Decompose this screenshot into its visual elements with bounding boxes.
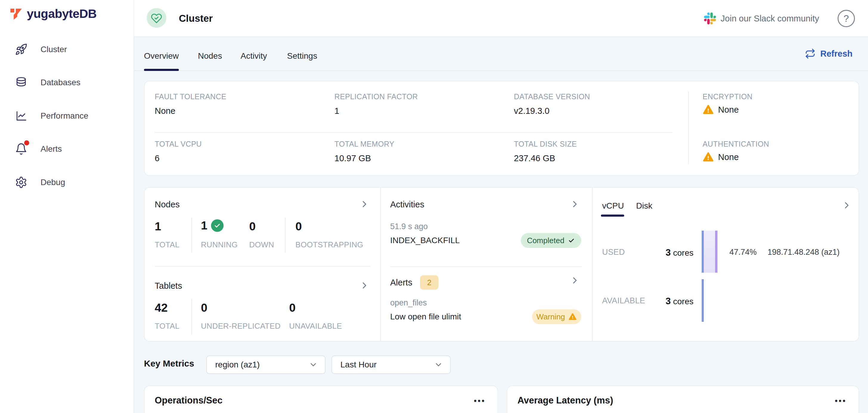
main-area: Cluster Join our Slack community ? Overv…: [134, 0, 868, 413]
sidebar-item-databases[interactable]: Databases: [0, 66, 133, 99]
summary-vertical-divider: [688, 92, 689, 164]
sidebar-item-label: Cluster: [40, 45, 67, 54]
total-vcpu-value: 6: [155, 154, 159, 163]
latency-chart-menu-button[interactable]: •••: [835, 396, 846, 406]
sidebar-item-debug[interactable]: Debug: [0, 166, 133, 199]
tablets-total-value: 42: [155, 301, 167, 314]
total-vcpu-label: TOTAL VCPU: [155, 140, 202, 149]
tablets-under-replicated-value: 0: [201, 301, 208, 314]
warning-icon: [703, 151, 714, 163]
rocket-icon: [14, 42, 28, 56]
authentication-label: AUTHENTICATION: [703, 140, 769, 149]
alert-notification-dot: [24, 140, 29, 146]
tab-vcpu[interactable]: vCPU: [602, 201, 624, 211]
refresh-icon: [805, 48, 815, 59]
sidebar-item-alerts[interactable]: Alerts: [0, 132, 133, 165]
nodes-bootstrapping-label: BOOTSTRAPPING: [296, 240, 363, 249]
sidebar: yugabyteDB Cluster Databases: [0, 0, 134, 413]
nodes-section-title: Nodes: [155, 200, 180, 210]
tablets-unavailable-value: 0: [289, 301, 296, 314]
available-vcpu-bar: [702, 279, 704, 322]
tablets-section-title: Tablets: [155, 281, 182, 291]
resources-chevron-right-icon[interactable]: [842, 201, 851, 210]
cluster-dashboard-card: Nodes 1 1 0 0 TOTAL RUNNING DOWN BOOTSTR…: [144, 187, 859, 342]
total-disk-size-label: TOTAL DISK SIZE: [514, 140, 577, 149]
alerts-section-header: Alerts 2: [390, 275, 438, 290]
nodes-down-value: 0: [249, 220, 256, 233]
active-resource-tab-indicator: [601, 215, 624, 217]
alert-status-text: Warning: [536, 312, 565, 321]
region-select-value: region (az1): [215, 360, 309, 370]
divider: [285, 218, 285, 253]
activities-section-title: Activities: [390, 200, 424, 210]
nodes-chevron-right-icon[interactable]: [360, 200, 369, 209]
chevron-down-icon: [434, 360, 443, 369]
activity-status-badge: Completed: [521, 233, 581, 248]
encryption-value: None: [718, 105, 739, 115]
operations-chart-menu-button[interactable]: •••: [474, 396, 486, 406]
slack-link-label: Join our Slack community: [721, 14, 819, 24]
activities-chevron-right-icon[interactable]: [570, 200, 579, 209]
check-circle-icon: [211, 219, 223, 232]
total-memory-label: TOTAL MEMORY: [335, 140, 394, 149]
authentication-value: None: [718, 152, 739, 162]
activity-status-text: Completed: [527, 236, 564, 245]
cluster-health-badge: [147, 8, 166, 28]
page-title: Cluster: [179, 0, 213, 37]
summary-divider: [155, 132, 673, 133]
total-disk-size-value: 237.46 GB: [514, 154, 555, 163]
used-vcpu-bar: [702, 231, 717, 273]
tablets-chevron-right-icon[interactable]: [360, 281, 369, 290]
time-range-select[interactable]: Last Hour: [332, 355, 451, 374]
fault-tolerance-value: None: [155, 106, 175, 116]
dash-vertical-divider: [592, 188, 593, 341]
nodes-total-value: 1: [155, 220, 161, 233]
activity-time: 51.9 s ago: [390, 222, 428, 231]
encryption-value-row: None: [703, 104, 739, 115]
alert-message: Low open file ulimit: [390, 312, 461, 321]
nodes-down-label: DOWN: [249, 240, 274, 249]
tab-nodes[interactable]: Nodes: [198, 37, 222, 70]
sidebar-item-cluster[interactable]: Cluster: [0, 33, 133, 66]
slack-icon: [704, 12, 716, 25]
region-select[interactable]: region (az1): [206, 355, 326, 374]
sidebar-item-label: Performance: [40, 111, 88, 121]
cluster-summary-card: FAULT TOLERANCE None REPLICATION FACTOR …: [144, 81, 859, 176]
check-icon: [568, 237, 575, 244]
nodes-tablets-divider: [155, 266, 370, 267]
warning-icon: [703, 104, 714, 115]
alerts-chevron-right-icon[interactable]: [570, 276, 579, 285]
help-button[interactable]: ?: [838, 10, 855, 27]
nodes-bootstrapping-value: 0: [296, 220, 302, 233]
line-chart-icon: [14, 109, 28, 123]
brand-logo[interactable]: yugabyteDB: [9, 6, 97, 21]
sidebar-item-performance[interactable]: Performance: [0, 99, 133, 132]
tab-settings[interactable]: Settings: [287, 37, 317, 70]
cluster-tabbar: Overview Nodes Activity Settings Refresh: [134, 37, 868, 71]
alert-status-badge: Warning: [532, 309, 581, 324]
time-range-select-value: Last Hour: [340, 360, 434, 370]
fault-tolerance-label: FAULT TOLERANCE: [155, 92, 226, 101]
operations-chart-title: Operations/Sec: [155, 395, 222, 406]
nodes-total-label: TOTAL: [155, 240, 180, 249]
page-header: Cluster Join our Slack community ?: [134, 0, 868, 37]
warning-icon: [568, 313, 577, 321]
alerts-section-title: Alerts: [390, 278, 412, 288]
operations-chart-card: Operations/Sec •••: [144, 386, 498, 413]
used-label: USED: [602, 248, 625, 257]
refresh-button[interactable]: Refresh: [805, 37, 852, 70]
used-cores-value: 3: [665, 247, 671, 258]
used-cores-unit: cores: [673, 248, 693, 257]
tab-overview[interactable]: Overview: [144, 37, 179, 70]
activity-name: INDEX_BACKFILL: [390, 236, 460, 245]
tab-disk[interactable]: Disk: [636, 201, 652, 211]
database-icon: [14, 76, 28, 89]
database-version-value: v2.19.3.0: [514, 106, 549, 116]
replication-factor-value: 1: [335, 106, 339, 116]
divider: [191, 218, 192, 253]
chevron-down-icon: [309, 360, 318, 369]
heart-check-icon: [151, 12, 162, 24]
slack-community-link[interactable]: Join our Slack community: [704, 12, 819, 25]
tab-activity[interactable]: Activity: [241, 37, 267, 70]
bell-icon: [14, 142, 28, 156]
